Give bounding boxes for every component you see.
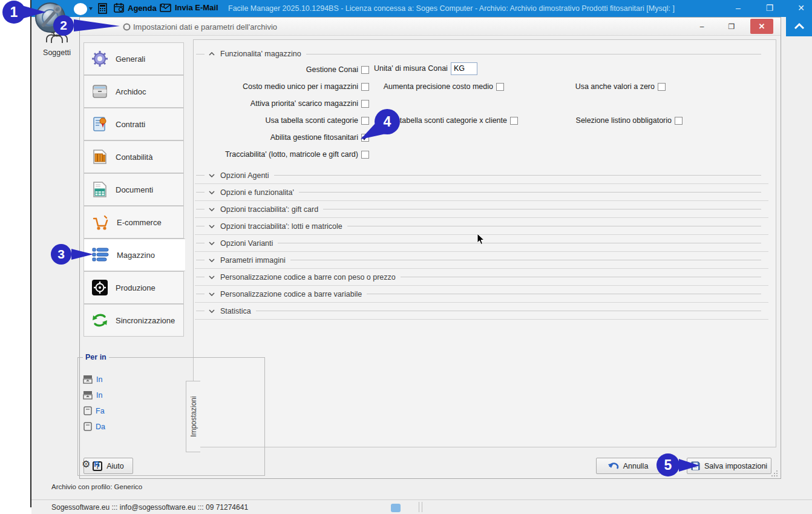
section-funzionalita-magazzino[interactable]: Funzionalita' magazzino	[195, 45, 768, 62]
conai-unit-input[interactable]	[451, 62, 477, 75]
section-opzioni-funzionalita[interactable]: Opzioni e funzionalita'	[195, 184, 768, 201]
gear-purple-icon	[91, 50, 108, 67]
maximize-button[interactable]: ❐	[761, 3, 779, 13]
callout-5: 5	[656, 453, 702, 478]
svg-text:2: 2	[60, 18, 67, 32]
tab-ecommerce[interactable]: E-commerce	[83, 206, 184, 239]
section-parametri-immagini[interactable]: Parametri immagini	[195, 252, 768, 269]
window-title: Facile Manager 2025.10.1294BS - Licenza …	[228, 4, 675, 13]
tab-contratti[interactable]: Contratti	[83, 108, 184, 140]
checkbox-listino-obbligatorio[interactable]: Selezione listino obbligatorio	[576, 114, 683, 127]
resize-grip[interactable]	[771, 470, 779, 478]
dialog-titlebar[interactable]: Impostazioni dati e parametri dell'archi…	[80, 18, 781, 36]
ribbon-collapse-button[interactable]	[786, 17, 812, 36]
background-panel: Per in In In Fa Da ⚙ R	[77, 357, 265, 476]
checkbox-gestione-conai[interactable]: Gestione Conai	[306, 64, 369, 76]
screen: Agenda Invia E-Mail Facile Manager 2025.…	[0, 0, 812, 514]
svg-text:5: 5	[664, 457, 672, 473]
email-label: Invia E-Mail	[175, 3, 218, 12]
app-titlebar: Agenda Invia E-Mail Facile Manager 2025.…	[31, 0, 812, 17]
tab-contabilita[interactable]: Contabilità	[83, 140, 184, 173]
archive-drawer-icon	[91, 83, 108, 100]
gear-icon: ⚙	[82, 458, 90, 470]
dialog-title: Impostazioni dati e parametri dell'archi…	[133, 22, 277, 31]
callout-4: 4	[357, 108, 408, 143]
document-icon	[83, 422, 92, 431]
sync-icon	[91, 312, 108, 329]
email-icon	[160, 2, 172, 13]
background-settings-link[interactable]: ⚙ R	[82, 458, 99, 470]
tab-produzione[interactable]: Produzione	[83, 271, 184, 304]
dialog-maximize-button[interactable]: ❐	[724, 21, 739, 33]
minimize-button[interactable]: –	[729, 3, 747, 13]
callout-2: 2	[52, 15, 122, 36]
background-link[interactable]: In	[83, 375, 102, 384]
ledger-icon	[91, 148, 108, 165]
section-tracciabilita-lotti[interactable]: Opzioni tracciabilita': lotti e matricol…	[195, 218, 768, 235]
checkbox-aumenta-precisione[interactable]: Aumenta precisione costo medio	[384, 81, 504, 93]
document-icon	[83, 406, 92, 415]
statusbar-contact: Sogessoftware.eu ::: info@sogessoftware.…	[51, 503, 248, 512]
close-button[interactable]: ✕	[792, 3, 810, 13]
statusbar: Sogessoftware.eu ::: info@sogessoftware.…	[31, 499, 812, 514]
checkbox-gestione-fitosanitari[interactable]: Abilita gestione fitosanitari	[270, 131, 369, 143]
background-link[interactable]: Da	[83, 422, 105, 431]
svg-text:1: 1	[10, 4, 18, 20]
svg-text:4: 4	[384, 114, 391, 130]
gear-black-icon	[91, 279, 108, 296]
spreadsheet-icon	[91, 181, 108, 198]
checkbox-costo-medio-unico[interactable]: Costo medio unico per i magazzini	[243, 81, 369, 93]
section-statistica[interactable]: Statistica	[195, 303, 768, 320]
callout-1: 1	[1, 0, 50, 25]
background-link[interactable]: Fa	[83, 406, 105, 415]
agenda-label: Agenda	[128, 4, 157, 13]
checkbox-sconti-categorie[interactable]: Usa tabella sconti categorie	[265, 114, 369, 127]
calendar-icon	[114, 2, 125, 13]
chevron-up-icon	[209, 52, 215, 56]
tab-magazzino[interactable]: Magazzino	[83, 239, 185, 271]
send-email-button[interactable]: Invia E-Mail	[160, 2, 218, 13]
chevron-down-icon	[209, 208, 215, 211]
checkbox-priorita-scarico[interactable]: Attiva priorita' scarico magazzini	[250, 97, 369, 110]
section-barcode-peso-prezzo[interactable]: Personalizzazione codice a barre con pes…	[195, 269, 768, 286]
chevron-down-icon	[209, 259, 215, 262]
chevron-down-icon	[209, 174, 215, 177]
dialog-minimize-button[interactable]: –	[694, 21, 710, 33]
profile-line: Archivio con profilo: Generico	[51, 483, 142, 490]
field-unita-misura-conai[interactable]: Unita' di misura Conai	[374, 62, 477, 74]
svg-text:3: 3	[57, 247, 65, 261]
chevron-down-icon	[209, 225, 215, 228]
chevron-up-icon	[786, 17, 812, 36]
chevron-down-icon	[209, 309, 215, 313]
import-archive-icon	[83, 390, 93, 400]
background-panel-heading: Per in	[83, 353, 109, 361]
cart-icon	[91, 214, 110, 231]
agenda-button[interactable]: Agenda	[114, 2, 157, 13]
undo-icon	[608, 461, 619, 470]
soggetti-label: Soggetti	[35, 48, 79, 57]
cancel-button[interactable]: Annulla	[596, 458, 660, 474]
chevron-down-icon	[209, 275, 215, 279]
statusbar-indicator	[391, 504, 401, 512]
dialog-close-button[interactable]: ✕	[750, 19, 773, 34]
dialog-gear-icon	[122, 22, 131, 31]
tab-archidoc[interactable]: Archidoc	[83, 75, 184, 108]
contract-icon	[91, 116, 108, 133]
checkbox-tracciabilita[interactable]: Tracciabilita' (lotto, matricole e gift …	[225, 148, 369, 160]
background-link[interactable]: In	[83, 390, 102, 400]
tab-documenti[interactable]: Documenti	[83, 173, 184, 206]
callout-3: 3	[50, 243, 96, 265]
section-opzioni-agenti[interactable]: Opzioni Agenti	[195, 167, 768, 184]
tab-generali[interactable]: Generali	[83, 42, 184, 75]
section-tracciabilita-gift-card[interactable]: Opzioni tracciabilita': gift card	[195, 201, 768, 218]
tab-sincronizzazione[interactable]: Sincronizzazione	[83, 304, 184, 337]
main-window: Agenda Invia E-Mail Facile Manager 2025.…	[30, 0, 812, 507]
checkbox-valori-a-zero[interactable]: Usa anche valori a zero	[575, 81, 666, 93]
chevron-down-icon	[209, 292, 215, 296]
section-barcode-variabile[interactable]: Personalizzazione codice a barre variabi…	[195, 286, 768, 303]
import-archive-icon	[83, 375, 93, 384]
chevron-down-icon	[209, 242, 215, 245]
mouse-cursor	[477, 234, 485, 246]
chevron-down-icon	[209, 191, 215, 194]
